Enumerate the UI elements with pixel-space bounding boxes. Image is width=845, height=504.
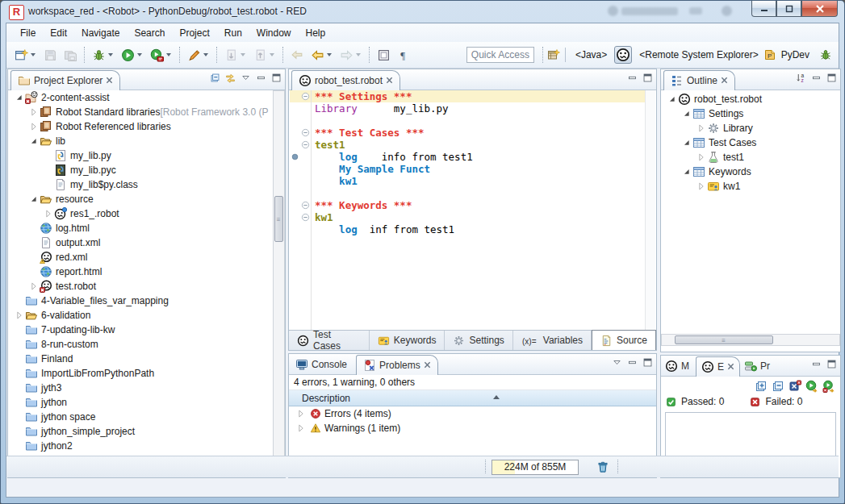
back-button[interactable] [308,46,336,65]
tree-item-lib[interactable]: lib [9,134,273,148]
dropdown-arrow-icon[interactable] [108,53,113,56]
code-line[interactable]: test1 [290,139,645,151]
tree-item-test-cases[interactable]: Test Cases [662,135,839,150]
menu-run[interactable]: Run [217,25,249,41]
previous-annotation-button[interactable] [251,46,278,65]
tree-item-res1-robot[interactable]: res1_.robot [9,206,273,221]
tree-item-robot-referenced-libraries[interactable]: Robot Referenced libraries [9,119,273,134]
expanded-arrow-icon[interactable] [681,137,692,148]
fold-marker-icon[interactable] [300,211,312,223]
maximize-view-icon[interactable] [826,359,837,369]
heap-status[interactable]: 224M of 855M [492,460,579,475]
collapsed-arrow-icon[interactable] [14,310,25,321]
dropdown-arrow-icon[interactable] [137,53,142,56]
external-tools-button[interactable] [185,46,212,65]
tree-item-jython-simple-project[interactable]: jython_simple_project [9,424,273,439]
code-line[interactable]: My Sample Funct [290,163,645,175]
tree-item-output-xml[interactable]: output.xml [9,235,273,250]
view-menu-icon[interactable] [612,357,622,368]
tree-item-robot-standard-libraries[interactable]: Robot Standard libraries [Robot Framewor… [9,105,273,119]
last-edit-location-button[interactable] [288,46,307,65]
tree-item-jython-space[interactable]: jython space [9,410,273,424]
minimize-view-icon[interactable] [811,359,822,369]
close-tab-icon[interactable] [727,361,734,373]
tree-item-test-robot[interactable]: test.robot [9,279,273,294]
dropdown-arrow-icon[interactable] [203,53,208,56]
close-tab-icon[interactable] [424,360,431,371]
close-tab-icon[interactable] [721,75,728,86]
menu-project[interactable]: Project [172,25,216,41]
collapse-all-icon[interactable] [210,73,220,83]
tree-item-7-updating-lib-kw[interactable]: 7-updating-lib-kw [9,323,273,337]
collapsed-arrow-icon[interactable] [295,408,307,419]
problems-group-warnings[interactable]: Warnings (1 item) [289,421,656,435]
tree-item-keywords[interactable]: Keywords [662,165,839,179]
debug-button[interactable] [90,46,117,65]
menu-file[interactable]: File [13,25,43,41]
tab-variables[interactable]: (x)=Variables [513,331,592,350]
minimize-view-icon[interactable] [627,73,638,83]
rerun-tests-icon[interactable] [805,380,818,393]
tab-test-cases[interactable]: Test Cases [289,331,370,350]
mark-occurrences-button[interactable] [374,46,393,65]
minimize-view-icon[interactable] [627,357,638,368]
collapsed-arrow-icon[interactable] [28,281,40,292]
expanded-arrow-icon[interactable] [28,194,40,205]
menu-search[interactable]: Search [127,25,172,41]
code-line[interactable]: *** Settings *** [290,90,645,102]
run-garbage-collector-button[interactable] [595,459,611,474]
dropdown-arrow-icon[interactable] [241,53,245,56]
dropdown-arrow-icon[interactable] [327,53,332,56]
code-line[interactable] [290,115,645,127]
close-tab-icon[interactable] [386,75,393,86]
tab-problems[interactable]: Problems [356,355,438,375]
vertical-scrollbar[interactable]: ≡ [273,90,285,460]
code-line[interactable]: log inf from test1 [290,223,645,235]
tree-item-my-lib-py-class[interactable]: my_lib$py.class [9,177,273,192]
tree-item-resource[interactable]: resource [9,192,273,206]
forward-button[interactable] [337,46,365,65]
tree-item-log-html[interactable]: log.html [9,221,273,235]
code-line[interactable]: kw1 [290,175,645,187]
editor-scrollbar[interactable] [645,90,655,330]
expanded-arrow-icon[interactable] [28,135,40,147]
tab-execution[interactable]: E [696,356,740,377]
tree-item-jyth3[interactable]: jyth3 [9,381,273,395]
tree-item-finland[interactable]: Finland [9,352,273,366]
tab-message-log[interactable]: M [661,356,693,376]
tree-item-library[interactable]: Library [662,121,839,135]
run-selected-button[interactable] [148,46,175,65]
menu-window[interactable]: Window [249,25,299,41]
tree-item-kw1[interactable]: kw1 [662,179,839,194]
tree-item-2-content-assist[interactable]: 2-content-assist [9,90,273,105]
tab-source[interactable]: Source [592,330,656,350]
tree-item-red-xml[interactable]: red.xml [9,250,273,264]
close-button[interactable] [801,1,838,17]
debug-perspective-icon[interactable] [819,48,832,61]
collapse-all-icon[interactable] [772,380,784,393]
open-perspective-icon[interactable] [547,48,560,61]
link-with-editor-icon[interactable] [225,73,236,83]
menu-help[interactable]: Help [299,25,333,41]
perspective-rse-button[interactable] [614,46,632,64]
collapsed-arrow-icon[interactable] [28,121,40,132]
tab-project-explorer[interactable]: Project Explorer [10,70,120,90]
tab-settings[interactable]: Settings [445,331,512,350]
dropdown-arrow-icon[interactable] [356,53,361,56]
perspective-java-button[interactable]: <Java> [575,49,607,60]
minimize-view-icon[interactable] [811,73,822,83]
run-button[interactable] [119,46,146,65]
close-tab-icon[interactable] [106,75,113,86]
tree-item-my-lib-py[interactable]: my_lib.py [9,148,273,163]
expanded-arrow-icon[interactable] [14,92,25,103]
fold-marker-icon[interactable] [300,139,312,151]
tree-item-8-run-custom[interactable]: 8-run-custom [9,337,273,352]
code-line[interactable]: *** Test Cases *** [290,127,645,139]
restore-button[interactable] [776,1,801,17]
sort-icon[interactable]: az [796,73,806,83]
title-bar[interactable]: R workspace_red - <Robot> - PythonDebug/… [1,1,844,23]
tree-item-jython2[interactable]: jython2 [9,439,273,453]
rerun-failed-tests-icon[interactable] [822,380,835,393]
perspective-pydev-button[interactable]: PyDev [781,49,809,60]
source-editor[interactable]: *** Settings ***Library my_lib.py*** Tes… [290,90,645,330]
